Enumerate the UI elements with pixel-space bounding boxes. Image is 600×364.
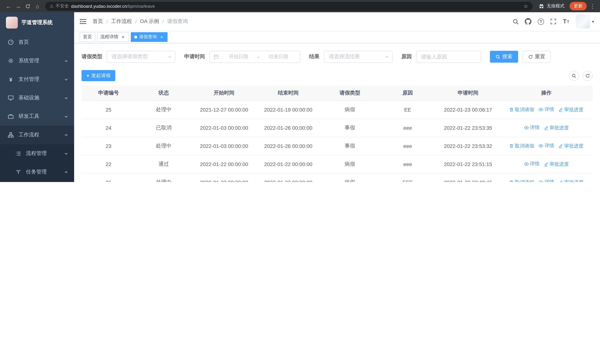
create-leave-button[interactable]: + 发起请假 (82, 70, 115, 81)
sidebar-item-process-management[interactable]: 流程管理 (0, 144, 74, 163)
leave-table-body: 25 处理中 2021-12-27 00:00:00 2022-01-19 00… (82, 101, 593, 182)
fullscreen-icon (551, 19, 556, 24)
search-button[interactable]: 搜索 (490, 51, 518, 63)
cell-status: 通过 (135, 155, 192, 173)
security-status[interactable]: ⚠ 不安全 (50, 3, 69, 9)
sidebar-item-devtools[interactable]: 研发工具 (0, 107, 74, 126)
help-button[interactable]: ? (534, 15, 547, 28)
close-icon[interactable]: × (121, 34, 126, 39)
progress-action-link[interactable]: 审批进度 (544, 161, 569, 168)
cell-apply-time: 2022-01-22 23:51:15 (436, 155, 500, 173)
chevron-down-icon (168, 55, 172, 59)
close-icon[interactable]: × (159, 34, 164, 39)
cell-status: 处理中 (135, 101, 192, 119)
user-avatar[interactable] (576, 14, 590, 28)
create-leave-label: 发起请假 (91, 72, 111, 79)
header-search-button[interactable] (509, 15, 522, 28)
cell-apply-id: 24 (82, 119, 135, 137)
sidebar-item-task-management[interactable]: 任务管理 (0, 163, 74, 181)
tab-home[interactable]: 首页 (80, 32, 95, 42)
sidebar-item-label: 基础设施 (19, 94, 39, 101)
leave-type-label: 请假类型 (82, 53, 102, 60)
cell-leave-type: 事假 (320, 137, 379, 155)
result-label: 结果 (309, 53, 319, 60)
browser-reload-button[interactable] (23, 1, 33, 11)
reason-input[interactable] (416, 51, 481, 63)
browser-update-button[interactable]: 更新 (570, 2, 587, 10)
tab-label: 请假查询 (139, 34, 157, 40)
detail-action-link[interactable]: 详情 (524, 124, 539, 131)
progress-action-link[interactable]: 审批进度 (559, 179, 583, 182)
sidebar-item-system[interactable]: 系统管理 (0, 52, 74, 70)
avatar-caret-icon[interactable]: ▾ (592, 19, 594, 24)
apply-time-label: 申请时间 (184, 53, 205, 60)
fullscreen-button[interactable] (547, 15, 560, 28)
sidebar-item-payment[interactable]: ¥ 支付管理 (0, 70, 74, 89)
sidebar-menu: 首页 系统管理 ¥ 支付管理 基础设施 (0, 33, 74, 182)
address-bar[interactable]: ⚠ 不安全 dashboard.yudao.iocoder.cn/bpm/oa/… (45, 2, 533, 10)
sidebar-toggle-button[interactable] (74, 12, 92, 31)
font-size-icon: T (563, 18, 567, 25)
app-logo[interactable]: 芋道管理系统 (0, 12, 74, 33)
refresh-table-button[interactable] (582, 71, 593, 81)
browser-forward-button[interactable]: → (13, 1, 23, 11)
browser-home-button[interactable]: ⌂ (33, 1, 42, 11)
progress-action-link[interactable]: 审批进度 (559, 143, 583, 149)
progress-action-link[interactable]: 审批进度 (544, 125, 569, 131)
screen: ← → ⌂ ⚠ 不安全 dashboard.yudao.iocoder.cn/b… (0, 0, 600, 182)
detail-action-link[interactable]: 详情 (538, 179, 554, 182)
sidebar-item-workflow[interactable]: 工作流程 (0, 126, 74, 144)
sidebar-item-infrastructure[interactable]: 基础设施 (0, 89, 74, 107)
incognito-icon (538, 3, 544, 9)
breadcrumb-item[interactable]: 工作流程 (111, 18, 132, 25)
structure-icon (15, 169, 21, 175)
chevron-up-icon (64, 133, 68, 137)
toggle-search-button[interactable] (569, 71, 579, 81)
reset-button[interactable]: 重置 (523, 51, 551, 63)
sidebar-item-my-process[interactable]: 我的流程 (0, 181, 74, 182)
detail-action-link[interactable]: 详情 (538, 106, 554, 113)
cell-actions: 取消请假详情审批进度 (500, 101, 593, 119)
browser-back-button[interactable]: ← (4, 1, 13, 11)
incognito-badge: 无痕模式 (538, 3, 564, 9)
browser-menu-icon[interactable]: ⋮ (589, 3, 596, 9)
result-select[interactable]: 请选择流结果 (324, 51, 393, 63)
breadcrumb-item[interactable]: 首页 (93, 18, 103, 25)
browser-toolbar: ← → ⌂ ⚠ 不安全 dashboard.yudao.iocoder.cn/b… (0, 0, 600, 12)
column-header: 申请时间 (436, 86, 500, 101)
cell-actions: 取消请假详情审批进度 (500, 173, 593, 182)
dashboard-icon (7, 39, 14, 45)
progress-action-link[interactable]: 审批进度 (559, 106, 583, 113)
font-size-button[interactable]: TT (560, 15, 572, 28)
font-size-small-icon: T (567, 19, 569, 24)
cancel-action-link[interactable]: 取消请假 (509, 179, 534, 182)
table-toolbar: + 发起请假 (82, 70, 593, 81)
detail-action-link[interactable]: 详情 (524, 161, 539, 167)
cell-reason: EEE (379, 173, 436, 182)
breadcrumb-item[interactable]: OA 示例 (140, 18, 159, 25)
cell-actions: 取消请假详情审批进度 (500, 137, 593, 155)
url-path: /bpm/oa/leave (127, 3, 155, 9)
cancel-action-link[interactable]: 取消请假 (509, 143, 534, 149)
cancel-action-link[interactable]: 取消请假 (509, 106, 534, 113)
table-row: 21 处理中 2022-01-22 00:00:00 2022-01-23 00… (82, 173, 593, 182)
leave-type-select[interactable]: 请选择请假类型 (107, 51, 175, 63)
incognito-label: 无痕模式 (547, 3, 564, 9)
breadcrumb-item-current: 请假查询 (167, 18, 188, 25)
navbar-tools: ? TT ▾ (509, 14, 594, 28)
apply-time-range-picker[interactable]: 开始日期 - 结束日期 (209, 51, 300, 63)
workflow-icon (7, 132, 14, 138)
breadcrumb-separator: / (162, 19, 164, 24)
bookmark-star-icon[interactable]: ☆ (524, 3, 528, 9)
sidebar-item-home[interactable]: 首页 (0, 33, 74, 52)
cell-end-time: 2022-01-19 00:00:00 (256, 101, 320, 119)
tab-leave-query[interactable]: 请假查询 × (131, 32, 168, 42)
list-icon (15, 151, 21, 156)
column-header: 原因 (379, 86, 436, 101)
github-link-button[interactable] (522, 15, 534, 28)
page-url: dashboard.yudao.iocoder.cn/bpm/oa/leave (71, 3, 155, 9)
cell-end-time: 2022-01-23 00:00:00 (256, 173, 320, 182)
start-date-placeholder: 开始日期 (221, 53, 256, 60)
detail-action-link[interactable]: 详情 (538, 142, 554, 149)
tab-process-detail[interactable]: 流程详情 × (97, 32, 129, 42)
